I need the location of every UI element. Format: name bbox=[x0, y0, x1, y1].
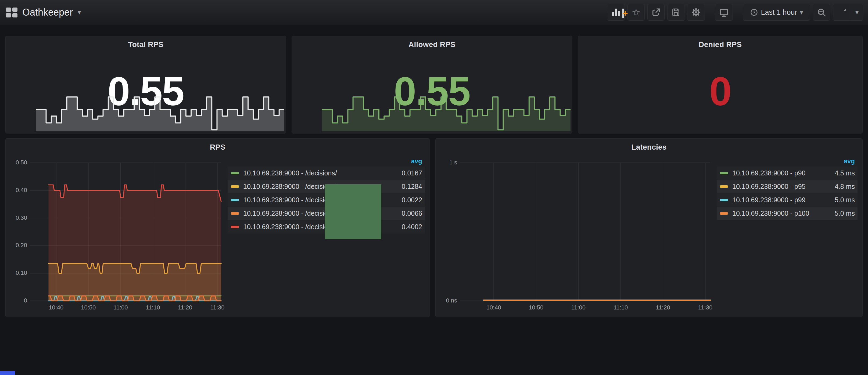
series-label: 10.10.69.238:9000 - p90 bbox=[732, 169, 805, 177]
refresh-icon bbox=[837, 8, 846, 17]
y-axis-tick-label: 0.40 bbox=[10, 187, 27, 194]
x-axis-tick-label: 11:30 bbox=[693, 304, 717, 311]
y-axis-tick-label: 0.10 bbox=[10, 270, 27, 276]
grid-cell bbox=[12, 7, 18, 12]
title-caret-icon[interactable]: ▾ bbox=[78, 9, 81, 16]
series-label: 10.10.69.238:9000 - /decisions/ bbox=[243, 183, 337, 190]
x-axis-tick-label: 11:30 bbox=[205, 304, 229, 311]
panel-total-rps: Total RPS 0.55 bbox=[5, 36, 286, 133]
series-label: 10.10.69.238:9000 - /decisions/ bbox=[243, 169, 337, 177]
series-swatch bbox=[720, 172, 728, 174]
x-axis-tick-label: 11:10 bbox=[141, 304, 165, 311]
save-dashboard-button[interactable] bbox=[667, 4, 684, 21]
stat-value: 0 bbox=[578, 69, 862, 114]
series-label: 10.10.69.238:9000 - /decisions/ bbox=[243, 210, 337, 217]
clock-icon bbox=[750, 8, 758, 17]
gear-icon bbox=[691, 7, 701, 17]
cycle-view-mode-button[interactable] bbox=[715, 4, 733, 21]
y-axis-tick-label: 1 s bbox=[440, 159, 457, 166]
x-axis-tick-label: 11:20 bbox=[651, 304, 675, 311]
rps-chart[interactable]: 0.500.400.300.200.10010:4010:5011:0011:1… bbox=[10, 154, 223, 313]
x-axis-tick-label: 11:00 bbox=[108, 304, 133, 311]
total-rps-sparkline bbox=[36, 91, 284, 131]
refresh-button[interactable] bbox=[833, 4, 851, 21]
series-swatch bbox=[231, 172, 239, 174]
x-axis-tick-label: 10:40 bbox=[44, 304, 68, 311]
add-panel-button[interactable]: + bbox=[608, 4, 625, 21]
x-axis-tick-label: 10:50 bbox=[76, 304, 100, 311]
panel-title[interactable]: Total RPS bbox=[6, 40, 286, 49]
dashboard-settings-button[interactable] bbox=[687, 4, 705, 21]
grid-cell bbox=[6, 7, 11, 12]
series-swatch bbox=[720, 212, 728, 215]
series-swatch bbox=[231, 226, 239, 228]
legend-row[interactable]: 10.10.69.238:9000 - p95 4.8 ms bbox=[717, 180, 858, 193]
navbar: Oathkeeper ▾ + ☆ bbox=[0, 0, 868, 25]
refresh-button-group: ▾ bbox=[833, 4, 863, 21]
refresh-interval-dropdown[interactable]: ▾ bbox=[851, 4, 863, 21]
series-avg-value: 4.5 ms bbox=[829, 169, 855, 177]
green-highlight-overlay bbox=[325, 184, 381, 239]
time-range-caret-icon: ▾ bbox=[800, 9, 803, 16]
zoom-out-time-button[interactable] bbox=[813, 4, 830, 21]
series-label: 10.10.69.238:9000 - p100 bbox=[732, 210, 809, 217]
panel-allowed-rps: Allowed RPS 0.55 bbox=[291, 36, 572, 133]
allowed-rps-sparkline bbox=[322, 91, 570, 131]
panel-title[interactable]: Denied RPS bbox=[578, 40, 862, 49]
panel-denied-rps: Denied RPS 0 bbox=[578, 36, 863, 133]
legend-row[interactable]: 10.10.69.238:9000 - /decisions/ 0.0167 bbox=[228, 166, 425, 180]
series-avg-value: 5.0 ms bbox=[829, 210, 855, 217]
time-range-picker[interactable]: Last 1 hour ▾ bbox=[743, 4, 810, 21]
series-label: 10.10.69.238:9000 - /decisions/ bbox=[243, 196, 337, 204]
series-swatch bbox=[720, 185, 728, 188]
panel-rps-graph: RPS 0.500.400.300.200.10010:4010:5011:00… bbox=[5, 138, 430, 317]
legend-row[interactable]: 10.10.69.238:9000 - p90 4.5 ms bbox=[717, 166, 858, 180]
latencies-chart[interactable]: 1 s0 ns10:4010:5011:0011:1011:2011:30 bbox=[440, 154, 712, 313]
series-avg-value: 0.4002 bbox=[396, 223, 422, 231]
y-axis-tick-label: 0.20 bbox=[10, 242, 27, 249]
x-axis-tick-label: 11:00 bbox=[566, 304, 590, 311]
tv-monitor-icon bbox=[719, 7, 729, 17]
share-icon bbox=[651, 8, 660, 17]
series-avg-value: 5.0 ms bbox=[829, 196, 855, 204]
legend-avg-header[interactable]: avg bbox=[717, 156, 858, 166]
star-dashboard-button[interactable]: ☆ bbox=[627, 4, 645, 21]
dashboards-grid-icon[interactable] bbox=[6, 7, 18, 18]
zoom-out-icon bbox=[817, 8, 826, 17]
legend-avg-header[interactable]: avg bbox=[228, 156, 425, 166]
x-axis-tick-label: 11:20 bbox=[173, 304, 197, 311]
series-swatch bbox=[231, 185, 239, 188]
series-swatch bbox=[720, 199, 728, 201]
add-panel-icon: + bbox=[612, 9, 620, 16]
legend-row[interactable]: 10.10.69.238:9000 - p100 5.0 ms bbox=[717, 207, 858, 220]
grafana-dashboard: Oathkeeper ▾ + ☆ bbox=[0, 0, 868, 375]
series-avg-value: 0.0167 bbox=[396, 169, 422, 177]
panel-latencies-graph: Latencies 1 s0 ns10:4010:5011:0011:1011:… bbox=[435, 138, 863, 317]
refresh-caret-icon: ▾ bbox=[856, 9, 859, 16]
x-axis-tick-label: 10:40 bbox=[482, 304, 506, 311]
navbar-actions: + ☆ bbox=[608, 4, 868, 21]
grid-cell bbox=[12, 13, 18, 18]
series-swatch bbox=[231, 212, 239, 215]
y-axis-tick-label: 0.30 bbox=[10, 214, 27, 221]
share-dashboard-button[interactable] bbox=[647, 4, 664, 21]
y-axis-tick-label: 0 bbox=[10, 297, 27, 304]
series-label: 10.10.69.238:9000 - p95 bbox=[732, 183, 805, 190]
series-avg-value: 0.0066 bbox=[396, 210, 422, 217]
bottom-left-accent bbox=[0, 371, 15, 375]
series-label: 10.10.69.238:9000 - /decisions/ bbox=[243, 223, 337, 231]
grid-cell bbox=[6, 13, 11, 18]
star-icon: ☆ bbox=[632, 7, 640, 17]
y-axis-tick-label: 0.50 bbox=[10, 159, 27, 166]
dashboard-title[interactable]: Oathkeeper bbox=[22, 7, 73, 18]
navbar-left: Oathkeeper ▾ bbox=[0, 7, 81, 18]
series-label: 10.10.69.238:9000 - p99 bbox=[732, 196, 805, 204]
time-range-label: Last 1 hour bbox=[761, 8, 797, 17]
latencies-legend: avg 10.10.69.238:9000 - p90 4.5 ms 10.10… bbox=[717, 156, 858, 220]
panel-title[interactable]: RPS bbox=[6, 143, 430, 152]
legend-row[interactable]: 10.10.69.238:9000 - p99 5.0 ms bbox=[717, 193, 858, 207]
series-avg-value: 4.8 ms bbox=[829, 183, 855, 190]
panel-title[interactable]: Latencies bbox=[436, 143, 862, 152]
x-axis-tick-label: 11:10 bbox=[609, 304, 633, 311]
panel-title[interactable]: Allowed RPS bbox=[292, 40, 572, 49]
